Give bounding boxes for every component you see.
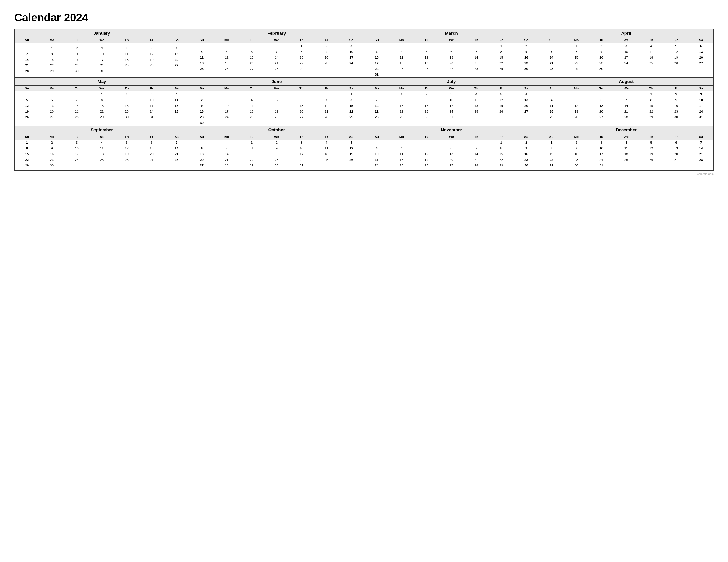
day-cell: 5: [564, 97, 589, 103]
day-header-we: We: [439, 86, 464, 92]
day-cell: 11: [239, 103, 264, 109]
day-cell: 16: [589, 55, 614, 60]
day-cell: 5: [664, 43, 689, 49]
day-cell: [114, 163, 139, 168]
day-cell: [589, 72, 614, 74]
month-title-november: November: [364, 126, 539, 134]
day-header-we: We: [89, 134, 114, 140]
day-cell: 31: [139, 114, 164, 120]
day-cell: 7: [15, 51, 40, 57]
day-cell: 1: [389, 92, 414, 98]
calendar-grid: JanuarySuMoTuWeThFrSa1234567891011121314…: [14, 29, 714, 171]
day-cell: [464, 120, 489, 122]
day-cell: 16: [40, 151, 65, 157]
day-cell: 13: [688, 49, 713, 55]
month-table-july: SuMoTuWeThFrSa12345678910111213141516171…: [364, 86, 539, 122]
day-cell: [314, 72, 339, 74]
day-cell: 9: [564, 146, 589, 151]
day-cell: 26: [15, 114, 40, 120]
day-header-tu: Tu: [414, 134, 439, 140]
day-cell: 15: [339, 103, 364, 109]
day-cell: 22: [539, 157, 564, 163]
day-cell: 9: [514, 49, 539, 55]
day-cell: 1: [289, 43, 314, 49]
day-cell: 30: [589, 66, 614, 72]
day-cell: [339, 120, 364, 126]
day-cell: [539, 43, 564, 49]
day-cell: 29: [339, 114, 364, 120]
day-cell: 21: [64, 109, 89, 114]
day-header-sa: Sa: [339, 37, 364, 43]
day-cell: 3: [364, 49, 389, 55]
day-cell: 24: [289, 157, 314, 163]
day-header-su: Su: [189, 134, 214, 140]
day-cell: [114, 168, 139, 171]
day-cell: 26: [639, 157, 664, 163]
month-table-november: SuMoTuWeThFrSa12345678910111213141516171…: [364, 134, 539, 171]
day-cell: 14: [464, 151, 489, 157]
day-header-mo: Mo: [214, 37, 239, 43]
day-cell: 28: [364, 114, 389, 120]
day-cell: 11: [539, 103, 564, 109]
day-cell: 28: [15, 68, 40, 74]
day-cell: 28: [64, 114, 89, 120]
day-cell: 16: [514, 151, 539, 157]
day-cell: [89, 120, 114, 122]
day-cell: [314, 66, 339, 72]
day-cell: 14: [364, 103, 389, 109]
day-cell: [589, 168, 614, 171]
day-cell: [489, 72, 514, 77]
day-header-fr: Fr: [489, 37, 514, 43]
day-cell: [189, 43, 214, 49]
day-cell: [114, 68, 139, 74]
day-cell: [139, 68, 164, 74]
day-cell: 2: [40, 140, 65, 146]
day-cell: [264, 43, 289, 49]
day-cell: 16: [264, 151, 289, 157]
day-cell: [314, 168, 339, 171]
day-cell: [414, 72, 439, 77]
day-cell: 13: [589, 103, 614, 109]
day-cell: 8: [389, 97, 414, 103]
day-cell: 24: [64, 157, 89, 163]
day-cell: 18: [89, 151, 114, 157]
day-cell: 23: [114, 109, 139, 114]
day-cell: 14: [539, 55, 564, 60]
day-cell: [289, 120, 314, 126]
day-cell: 27: [40, 114, 65, 120]
day-cell: [439, 140, 464, 146]
day-cell: [589, 120, 614, 122]
day-cell: 31: [688, 114, 713, 120]
day-header-tu: Tu: [64, 37, 89, 43]
day-cell: 8: [489, 146, 514, 151]
day-cell: [614, 168, 639, 171]
day-cell: 21: [464, 60, 489, 66]
day-cell: 13: [514, 97, 539, 103]
day-cell: [40, 168, 65, 171]
day-cell: [164, 68, 189, 74]
day-cell: 16: [414, 103, 439, 109]
day-cell: 7: [464, 146, 489, 151]
day-header-sa: Sa: [164, 134, 189, 140]
day-cell: 21: [688, 151, 713, 157]
day-cell: 6: [439, 49, 464, 55]
day-cell: 3: [589, 140, 614, 146]
day-cell: [639, 66, 664, 72]
day-cell: 1: [239, 140, 264, 146]
day-cell: 29: [289, 66, 314, 72]
day-cell: 26: [139, 63, 164, 68]
day-cell: [15, 45, 40, 51]
day-cell: [364, 140, 389, 146]
day-cell: 24: [589, 157, 614, 163]
day-cell: [89, 43, 114, 46]
day-header-we: We: [439, 37, 464, 43]
day-cell: 4: [114, 45, 139, 51]
day-cell: [264, 168, 289, 171]
day-cell: [564, 120, 589, 122]
day-cell: 27: [664, 157, 689, 163]
day-cell: 18: [114, 57, 139, 63]
day-cell: 11: [639, 49, 664, 55]
day-cell: 8: [15, 146, 40, 151]
day-cell: 10: [688, 97, 713, 103]
day-cell: 17: [688, 103, 713, 109]
